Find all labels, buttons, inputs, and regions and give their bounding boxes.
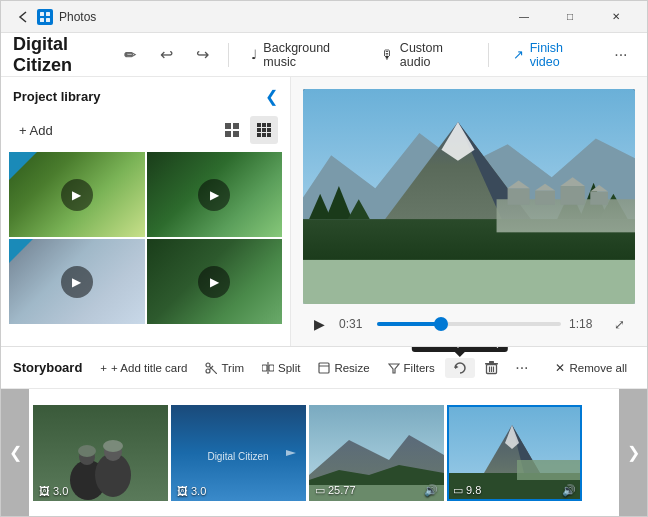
svg-rect-13 <box>262 128 266 132</box>
tooltip-text: Rotate (Ctrl + R) <box>420 347 500 348</box>
trim-label: Trim <box>221 362 244 374</box>
svg-rect-17 <box>267 133 271 137</box>
project-name: Digital Citizen <box>13 34 116 76</box>
remove-all-button[interactable]: ✕ Remove all <box>547 358 635 378</box>
play-overlay-2: ▶ <box>198 179 230 211</box>
svg-rect-5 <box>225 123 231 129</box>
finish-video-button[interactable]: ↗ Finish video <box>501 37 599 73</box>
svg-rect-52 <box>489 361 494 363</box>
play-button[interactable]: ▶ <box>307 312 331 336</box>
add-media-button[interactable]: + Add <box>13 120 59 141</box>
sb-item-3-audio: 🔊 <box>424 484 438 497</box>
svg-rect-46 <box>269 365 274 371</box>
sb-item-4-label: ▭ 9.8 <box>453 484 481 497</box>
svg-rect-10 <box>262 123 266 127</box>
plus-icon: + <box>100 362 107 374</box>
fullscreen-button[interactable]: ⤢ <box>607 312 631 336</box>
svg-line-42 <box>210 366 218 374</box>
add-title-card-button[interactable]: + + Add title card <box>92 359 195 377</box>
add-label: + Add <box>19 123 53 138</box>
media-item-3[interactable]: ▶ <box>9 239 145 324</box>
svg-point-41 <box>206 369 210 373</box>
redo-button[interactable]: ↪ <box>188 39 216 71</box>
svg-rect-15 <box>257 133 261 137</box>
custom-audio-button[interactable]: 🎙 Custom audio <box>371 37 476 73</box>
svg-marker-50 <box>455 365 459 369</box>
grid-view-button[interactable] <box>218 116 246 144</box>
svg-rect-12 <box>257 128 261 132</box>
titlebar: Photos — □ ✕ <box>1 1 647 33</box>
video-preview <box>303 89 635 304</box>
storyboard-next-button[interactable]: ❯ <box>619 389 647 516</box>
sb-item-1-label: 🖼 3.0 <box>39 485 68 497</box>
titlebar-title: Photos <box>59 10 501 24</box>
filters-button[interactable]: Filters <box>380 358 443 377</box>
storyboard-area: Storyboard + + Add title card Trim <box>1 346 647 516</box>
svg-rect-6 <box>233 123 239 129</box>
storyboard-item-4[interactable]: ▭ 9.8 🔊 <box>447 405 582 501</box>
svg-rect-76 <box>517 460 582 480</box>
note-icon: ♩ <box>251 47 257 62</box>
edit-title-icon[interactable]: ✏ <box>124 47 136 63</box>
svg-rect-0 <box>37 9 53 25</box>
filters-label: Filters <box>404 362 435 374</box>
resize-label: Resize <box>334 362 369 374</box>
storyboard-prev-button[interactable]: ❮ <box>1 389 29 516</box>
sb-item-4-audio: 🔊 <box>562 484 576 497</box>
toolbar-divider2 <box>488 43 489 67</box>
main-content: Project library ❮ + Add <box>1 77 647 346</box>
view-toggle <box>218 116 278 144</box>
rotate-button[interactable] <box>445 358 475 378</box>
play-overlay-3: ▶ <box>61 266 93 298</box>
svg-rect-7 <box>225 131 231 137</box>
seek-bar[interactable] <box>377 322 561 326</box>
storyboard-item-3[interactable]: ▭ 25.77 🔊 <box>309 405 444 501</box>
sb-item-2-type-icon: 🖼 <box>177 485 188 497</box>
svg-rect-47 <box>319 363 329 373</box>
svg-rect-9 <box>257 123 261 127</box>
seek-fill <box>377 322 441 326</box>
background-music-label: Background music <box>263 41 353 69</box>
x-icon: ✕ <box>555 361 565 375</box>
storyboard-item-1[interactable]: 🖼 3.0 <box>33 405 168 501</box>
media-item-4[interactable]: ▶ <box>147 239 283 324</box>
more-options-button[interactable]: ··· <box>607 39 635 71</box>
svg-marker-49 <box>389 364 399 373</box>
maximize-button[interactable]: □ <box>547 1 593 33</box>
sb-item-3-duration: 25.77 <box>328 484 356 496</box>
collapse-panel-button[interactable]: ❮ <box>265 87 278 106</box>
app-toolbar: Digital Citizen ✏ ↩ ↪ ♩ Background music… <box>1 33 647 77</box>
storyboard-item-2[interactable]: Digital Citizen 🖼 3.0 <box>171 405 306 501</box>
preview-panel: ▶ 0:31 1:18 ⤢ <box>291 77 647 346</box>
undo-button[interactable]: ↩ <box>152 39 180 71</box>
add-title-card-label: + Add title card <box>111 362 187 374</box>
seek-thumb[interactable] <box>434 317 448 331</box>
minimize-button[interactable]: — <box>501 1 547 33</box>
storyboard-toolbar: Storyboard + + Add title card Trim <box>1 347 647 389</box>
sb-item-3-label: ▭ 25.77 <box>315 484 356 497</box>
rotate-button-container: Rotate (Ctrl + R) <box>445 358 475 378</box>
resize-button[interactable]: Resize <box>310 358 377 377</box>
close-button[interactable]: ✕ <box>593 1 639 33</box>
storyboard-items: 🖼 3.0 <box>29 389 619 516</box>
app-icon <box>37 9 53 25</box>
list-view-button[interactable] <box>250 116 278 144</box>
media-library-grid: ▶ ▶ ▶ ▶ <box>1 152 290 324</box>
sb-item-2-label: 🖼 3.0 <box>177 485 206 497</box>
window-controls: — □ ✕ <box>501 1 639 33</box>
background-music-button[interactable]: ♩ Background music <box>241 37 363 73</box>
svg-rect-3 <box>40 18 44 22</box>
media-item-1[interactable]: ▶ <box>9 152 145 237</box>
app-window: Photos — □ ✕ Digital Citizen ✏ ↩ ↪ ♩ Bac… <box>0 0 648 517</box>
storyboard-more-button[interactable]: ··· <box>508 354 536 382</box>
split-icon <box>262 361 274 374</box>
back-button[interactable] <box>9 3 37 31</box>
trim-button[interactable]: Trim <box>197 358 252 377</box>
media-item-2[interactable]: ▶ <box>147 152 283 237</box>
split-button[interactable]: Split <box>254 358 308 377</box>
delete-button[interactable] <box>477 358 506 378</box>
svg-rect-31 <box>508 188 530 205</box>
resize-icon <box>318 361 330 374</box>
rotate-tooltip: Rotate (Ctrl + R) <box>412 347 508 352</box>
storyboard-title: Storyboard <box>13 360 82 375</box>
